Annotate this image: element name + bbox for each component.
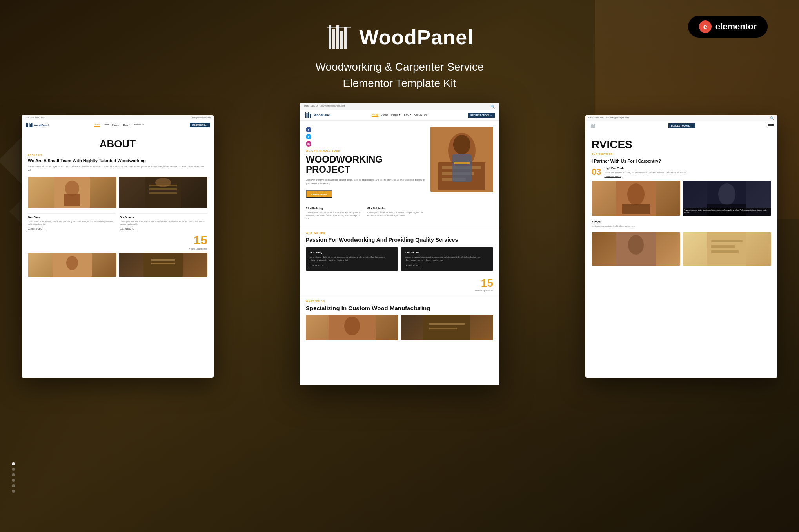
dot-2[interactable] — [12, 468, 15, 471]
center-section-tag: WE CAN HANDLE YOUR — [306, 150, 426, 152]
svg-rect-17 — [149, 192, 177, 194]
cnav-pages[interactable]: Pages ▾ — [391, 113, 401, 117]
svg-rect-44 — [592, 124, 593, 128]
cnav-contact[interactable]: Contact Us — [414, 113, 427, 117]
center-hero: f t in WE CAN HANDLE YOUR WOODWORKING PR… — [300, 121, 499, 227]
center-values-card: Our Values Lorem ipsum dolor sit amet, c… — [401, 247, 493, 271]
about-story-link[interactable]: LEARN MORE → — [28, 228, 116, 230]
dot-3[interactable] — [12, 473, 15, 476]
cnav-home[interactable]: Home — [372, 113, 378, 117]
service-bottom-img-2 — [683, 232, 771, 266]
service-03-link[interactable]: LEARN MORE → — [604, 175, 771, 177]
about-request-btn[interactable]: REQUEST Q... — [190, 123, 210, 127]
services-top-bar: Mon - Sat 9:00 - 18:00 info@example.com … — [585, 115, 777, 121]
services-nav: REQUEST QUOTE → — [585, 121, 777, 130]
center-story-card-link[interactable]: LEARN MORE → — [310, 264, 394, 267]
svg-point-34 — [453, 135, 470, 154]
svg-rect-22 — [151, 259, 175, 261]
svg-rect-4 — [344, 27, 347, 49]
svg-point-51 — [718, 183, 735, 205]
service-03-text: Lorem ipsum dolor sit amet, consectetur … — [604, 171, 771, 174]
svg-rect-41 — [429, 328, 457, 329]
svg-rect-56 — [711, 240, 743, 242]
spec-img-1 — [306, 315, 398, 340]
svg-rect-26 — [308, 112, 309, 118]
center-years-number: 15 — [481, 277, 493, 289]
services-price-section: e Price e elit, am, consectetur It elit … — [585, 218, 777, 230]
svg-rect-1 — [332, 29, 335, 49]
dot-4[interactable] — [12, 479, 15, 482]
service-img-1 — [592, 181, 680, 216]
center-values-card-title: Our Values — [405, 251, 489, 254]
nav-home[interactable]: Home — [94, 123, 100, 127]
services-price-label: e Price — [592, 221, 771, 223]
tagline-line1: Woodworking & Carpenter Service — [315, 61, 483, 73]
center-search-icon[interactable]: 🔍 — [490, 105, 495, 109]
service-03-content: High End Tools Lorem ipsum dolor sit ame… — [604, 167, 771, 177]
screenshot-services: Mon - Sat 9:00 - 18:00 info@example.com … — [585, 115, 777, 378]
center-request-btn[interactable]: REQUEST QUOTE → — [468, 113, 495, 118]
center-values-card-link[interactable]: LEARN MORE → — [405, 264, 489, 267]
about-values-link[interactable]: LEARN MORE → — [120, 228, 207, 230]
about-values-text: Lorem ipsum dolor sit amet, consectetur … — [120, 220, 207, 226]
svg-rect-45 — [593, 125, 594, 128]
nav-contact[interactable]: Contact Us — [133, 123, 144, 127]
center-feature-2: 02 - Cabinets Lorem ipsum dolor sit amet… — [367, 207, 426, 221]
service-img-2: "Vivamus magna justo, lacinia eget conse… — [683, 181, 771, 216]
svg-rect-35 — [452, 154, 472, 182]
svg-rect-55 — [707, 232, 746, 266]
center-learn-more-btn[interactable]: LEARN MORE — [306, 190, 332, 198]
services-contact: Mon - Sat 9:00 - 18:00 info@example.com — [588, 116, 629, 120]
services-hamburger[interactable] — [768, 124, 774, 128]
facebook-icon[interactable]: f — [306, 127, 311, 132]
nav-blog[interactable]: Blog ▾ — [123, 123, 130, 127]
service-bottom-img-1 — [592, 232, 680, 266]
nav-about[interactable]: About — [103, 123, 109, 127]
dot-1[interactable] — [12, 462, 15, 465]
about-story-text: Lorem ipsum dolor sit amet, consectetur … — [28, 220, 116, 226]
dot-5[interactable] — [12, 484, 15, 487]
about-section-tag: ABOUT US — [28, 154, 207, 156]
about-nav-brand: WoodPanel — [34, 124, 49, 127]
services-item-03: 03 High End Tools Lorem ipsum dolor sit … — [585, 167, 777, 177]
about-years-number: 15 — [28, 233, 207, 248]
svg-rect-0 — [329, 25, 331, 49]
svg-point-48 — [627, 183, 645, 205]
twitter-icon[interactable]: t — [306, 134, 311, 139]
about-values-title: Our Values — [120, 216, 207, 219]
svg-rect-57 — [711, 245, 735, 248]
elementor-label: elementor — [715, 22, 757, 32]
svg-rect-5 — [327, 27, 351, 28]
about-story-box: Our Story Lorem ipsum dolor sit amet, co… — [28, 213, 116, 230]
svg-rect-49 — [622, 204, 650, 214]
dot-6[interactable] — [12, 490, 15, 493]
about-logo: WoodPanel — [25, 122, 49, 128]
center-brand: WoodPanel — [314, 113, 330, 117]
center-story-card: Our Story Lorem ipsum dolor sit amet, co… — [306, 247, 398, 271]
center-top-bar: Mon - Sat 9:00 - 18:00 info@example.com … — [300, 103, 499, 110]
svg-rect-24 — [305, 112, 306, 118]
about-email: info@example.com — [192, 116, 211, 119]
svg-rect-10 — [31, 123, 33, 127]
svg-rect-7 — [27, 123, 29, 127]
instagram-icon[interactable]: in — [306, 141, 311, 147]
about-years: 15 Years Experience — [22, 230, 214, 250]
svg-rect-25 — [307, 113, 308, 118]
center-nav-links: Home About Pages ▾ Blog ▾ Contact Us — [372, 113, 427, 117]
svg-rect-27 — [310, 114, 311, 118]
cnav-about[interactable]: About — [381, 113, 388, 117]
center-years-label: Years Experience — [306, 290, 493, 292]
center-hero-img — [430, 127, 493, 192]
cnav-blog[interactable]: Blog ▾ — [404, 113, 411, 117]
nav-pages[interactable]: Pages ▾ — [112, 123, 121, 127]
about-bottom-imgs — [28, 253, 207, 277]
center-contact-info: Mon - Sat 9:00 - 18:00 info@example.com — [304, 105, 345, 109]
about-contact-info: Mon - Sat 9:00 - 18:00 — [25, 116, 46, 119]
service-quote-overlay: "Vivamus magna justo, lacinia eget conse… — [683, 208, 771, 216]
feature-1-text: Lorem ipsum dolor sit amet, consectetur … — [306, 211, 364, 221]
svg-point-54 — [628, 235, 644, 255]
center-desc: Discover creative woodworking project id… — [306, 178, 426, 186]
feature-2-text: Lorem ipsum dolor sit amet, consectetur … — [367, 211, 426, 217]
services-request-btn[interactable]: REQUEST QUOTE → — [668, 123, 695, 128]
services-search[interactable]: 🔍 — [770, 116, 774, 120]
